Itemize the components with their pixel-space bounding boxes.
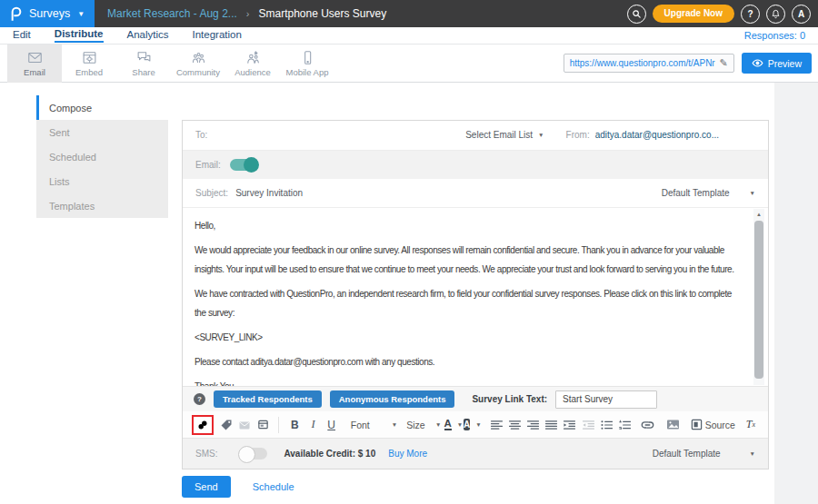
breadcrumb-folder[interactable]: Market Research - Aug 2... <box>107 7 237 20</box>
compose-card: To: Select Email List ▼ From: aditya.dat… <box>182 120 769 469</box>
bold-button[interactable]: B <box>286 416 303 434</box>
tab-integration[interactable]: Integration <box>193 29 242 42</box>
email-toggle[interactable] <box>230 159 258 171</box>
underline-button[interactable]: U <box>324 416 340 434</box>
layout-box-icon <box>257 419 269 430</box>
send-button[interactable]: Send <box>182 476 231 498</box>
sms-toggle[interactable] <box>239 448 267 460</box>
channel-embed[interactable]: Embed <box>62 44 116 83</box>
size-dropdown[interactable]: Size▼ <box>404 420 443 430</box>
select-email-list-dropdown[interactable]: Select Email List <box>465 130 533 140</box>
numbered-list-button[interactable] <box>616 416 633 434</box>
tab-edit[interactable]: Edit <box>13 29 31 42</box>
buy-more-link[interactable]: Buy More <box>388 449 427 459</box>
increase-indent-button[interactable] <box>562 416 578 434</box>
decrease-indent-button[interactable] <box>580 416 596 434</box>
chevron-down-icon: ▼ <box>457 421 463 428</box>
search-button[interactable] <box>627 5 646 24</box>
merge-tag-button[interactable] <box>218 416 234 434</box>
channel-audience[interactable]: Audience <box>225 44 280 83</box>
toolbar-divider <box>278 417 279 433</box>
body-paragraph: We would appreciate your feedback in our… <box>195 241 741 279</box>
email-template-button[interactable] <box>236 416 253 434</box>
audience-icon <box>245 50 261 65</box>
embed-icon <box>82 50 97 65</box>
channel-label: Share <box>132 67 155 77</box>
bell-icon <box>771 9 781 19</box>
scroll-up-icon[interactable]: ▲ <box>753 209 764 220</box>
body-scrollbar[interactable]: ▲ <box>753 209 764 386</box>
insert-link-variable-highlight[interactable] <box>192 415 214 435</box>
sidebar-item-scheduled[interactable]: Scheduled <box>36 144 168 169</box>
sidebar-item-sent[interactable]: Sent <box>36 120 168 144</box>
font-dropdown[interactable]: Font▼ <box>349 420 400 430</box>
survey-url-field[interactable]: https://www.questionpro.com/t/APNrFZ ✎ <box>564 54 734 73</box>
envelope-icon <box>238 419 251 431</box>
preview-button[interactable]: Preview <box>742 53 812 74</box>
sms-row: SMS: Available Credit: $ 10 Buy More Def… <box>183 439 768 469</box>
bullet-list-icon <box>601 420 613 430</box>
sidebar-item-templates[interactable]: Templates <box>36 193 168 218</box>
sidebar-item-lists[interactable]: Lists <box>36 169 168 193</box>
schedule-link[interactable]: Schedule <box>253 481 294 492</box>
community-icon <box>191 50 206 65</box>
chevron-down-icon: ▼ <box>392 421 397 428</box>
italic-button[interactable]: I <box>304 416 321 434</box>
link-icon <box>641 419 654 431</box>
source-button[interactable]: Source <box>691 416 735 434</box>
chevron-down-icon: ▼ <box>750 450 755 457</box>
subject-template-dropdown[interactable]: Default Template <box>662 188 730 198</box>
email-toggle-label: Email: <box>195 160 221 170</box>
from-email-value[interactable]: aditya.datar@questionpro.co... <box>595 130 719 140</box>
email-body-editor[interactable]: Hello, We would appreciate your feedback… <box>183 208 768 387</box>
upgrade-now-button[interactable]: Upgrade Now <box>653 5 734 23</box>
sms-template-dropdown[interactable]: Default Template <box>653 449 721 459</box>
edit-url-pencil-icon[interactable]: ✎ <box>719 57 727 69</box>
anonymous-respondents-button[interactable]: Anonymous Respondents <box>330 390 455 408</box>
align-right-button[interactable] <box>525 416 542 434</box>
channel-share[interactable]: Share <box>116 44 171 83</box>
insert-image-button[interactable] <box>665 416 682 434</box>
notifications-button[interactable] <box>766 5 785 24</box>
avatar[interactable]: A <box>792 5 811 24</box>
help-button[interactable]: ? <box>741 5 760 24</box>
tab-distribute[interactable]: Distribute <box>55 28 104 43</box>
survey-link-text-input[interactable] <box>555 390 657 409</box>
survey-link-text-label: Survey Link Text: <box>472 394 547 404</box>
email-toggle-row: Email: <box>183 151 768 179</box>
insert-link-button[interactable] <box>639 416 655 434</box>
align-center-icon <box>509 420 521 430</box>
channel-community[interactable]: Community <box>171 44 225 83</box>
bullet-list-button[interactable] <box>598 416 614 434</box>
align-center-button[interactable] <box>507 416 524 434</box>
subject-value[interactable]: Survey Invitation <box>235 188 303 198</box>
tracked-respondents-button[interactable]: Tracked Respondents <box>214 390 322 408</box>
respondents-row: ? Tracked Respondents Anonymous Responde… <box>183 386 768 411</box>
sidebar-item-compose[interactable]: Compose <box>36 95 168 120</box>
responses-count[interactable]: Responses: 0 <box>744 30 805 41</box>
remove-format-button[interactable]: Tx <box>743 416 759 434</box>
text-color-button[interactable]: A▼ <box>444 416 462 434</box>
email-sidebar: Compose Sent Scheduled Lists Templates <box>36 95 168 218</box>
channel-email[interactable]: Email <box>7 44 62 83</box>
channel-label: Embed <box>75 67 103 77</box>
indent-increase-icon <box>564 420 575 430</box>
tag-icon <box>220 419 233 431</box>
from-label: From: <box>566 130 590 140</box>
survey-nav: Edit Distribute Analytics Integration Re… <box>0 27 818 44</box>
app-window: Surveys ▼ Market Research - Aug 2... › S… <box>0 0 818 504</box>
channel-mobile-app[interactable]: Mobile App <box>280 44 334 83</box>
mobile-app-icon <box>300 50 315 65</box>
product-switcher[interactable]: Surveys ▼ <box>0 0 95 27</box>
email-distribute-content: Compose Sent Scheduled Lists Templates T… <box>0 83 818 504</box>
insert-block-button[interactable] <box>254 416 271 434</box>
align-left-button[interactable] <box>488 416 504 434</box>
tab-analytics[interactable]: Analytics <box>127 29 169 42</box>
help-tooltip-icon[interactable]: ? <box>194 393 205 405</box>
scrollbar-thumb[interactable] <box>754 221 763 380</box>
background-color-button[interactable]: A▼ <box>464 416 481 434</box>
header-actions: Upgrade Now ? A <box>627 5 818 24</box>
indent-decrease-icon <box>583 420 594 430</box>
subject-row: Subject: Survey Invitation Default Templ… <box>183 179 768 208</box>
justify-button[interactable] <box>544 416 560 434</box>
